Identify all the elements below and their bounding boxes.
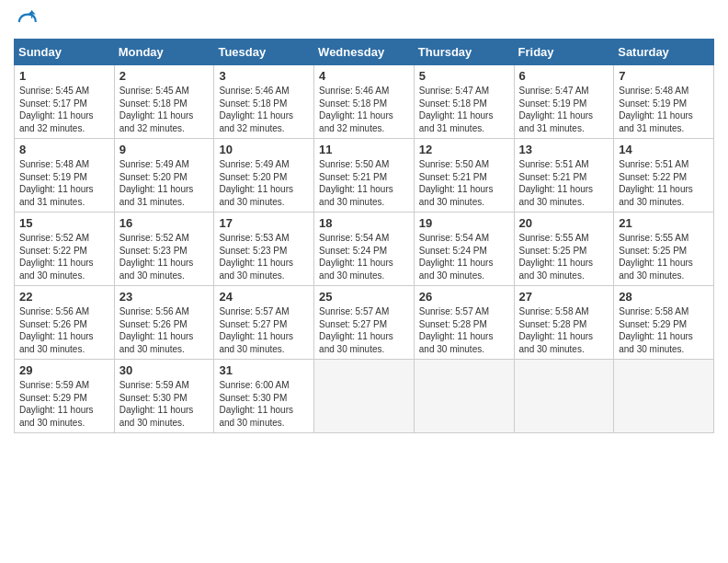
calendar-cell [614,360,714,433]
calendar-week-row: 1 Sunrise: 5:45 AM Sunset: 5:17 PM Dayli… [15,65,714,139]
calendar-cell: 15 Sunrise: 5:52 AM Sunset: 5:22 PM Dayl… [15,213,115,286]
calendar-cell: 11 Sunrise: 5:50 AM Sunset: 5:21 PM Dayl… [314,139,415,213]
day-number: 11 [319,143,409,156]
day-number: 29 [19,363,109,377]
day-info: Sunrise: 5:52 AM Sunset: 5:22 PM Dayligh… [19,232,109,282]
day-number: 14 [619,143,709,156]
day-number: 1 [19,69,109,83]
day-info: Sunrise: 5:46 AM Sunset: 5:18 PM Dayligh… [319,85,409,134]
day-info: Sunrise: 5:53 AM Sunset: 5:23 PM Dayligh… [219,232,309,282]
day-info: Sunrise: 5:59 AM Sunset: 5:29 PM Dayligh… [19,379,109,429]
calendar-cell: 9 Sunrise: 5:49 AM Sunset: 5:20 PM Dayli… [114,139,214,213]
calendar-cell [314,360,415,433]
calendar-cell: 5 Sunrise: 5:47 AM Sunset: 5:18 PM Dayli… [414,65,514,139]
calendar-cell: 17 Sunrise: 5:53 AM Sunset: 5:23 PM Dayl… [214,213,314,286]
calendar-week-row: 22 Sunrise: 5:56 AM Sunset: 5:26 PM Dayl… [15,286,714,360]
day-number: 23 [119,290,210,304]
day-number: 9 [119,143,210,156]
calendar-cell: 16 Sunrise: 5:52 AM Sunset: 5:23 PM Dayl… [114,213,214,286]
calendar-cell: 20 Sunrise: 5:55 AM Sunset: 5:25 PM Dayl… [514,213,614,286]
day-number: 17 [219,216,309,230]
day-info: Sunrise: 5:49 AM Sunset: 5:20 PM Dayligh… [119,158,210,208]
calendar-cell: 14 Sunrise: 5:51 AM Sunset: 5:22 PM Dayl… [614,139,714,213]
day-info: Sunrise: 5:49 AM Sunset: 5:20 PM Dayligh… [219,158,309,208]
calendar-cell: 24 Sunrise: 5:57 AM Sunset: 5:27 PM Dayl… [214,286,314,360]
day-number: 24 [219,290,309,304]
weekday-header-saturday: Saturday [614,40,714,65]
day-info: Sunrise: 5:57 AM Sunset: 5:28 PM Dayligh… [419,305,509,355]
day-number: 15 [19,216,109,230]
calendar-week-row: 29 Sunrise: 5:59 AM Sunset: 5:29 PM Dayl… [15,360,714,433]
day-number: 28 [619,290,709,304]
calendar-cell: 27 Sunrise: 5:58 AM Sunset: 5:28 PM Dayl… [514,286,614,360]
day-number: 26 [419,290,509,304]
calendar-table: SundayMondayTuesdayWednesdayThursdayFrid… [14,39,714,433]
calendar-cell [514,360,614,433]
day-info: Sunrise: 5:58 AM Sunset: 5:28 PM Dayligh… [519,305,609,355]
calendar-cell: 10 Sunrise: 5:49 AM Sunset: 5:20 PM Dayl… [214,139,314,213]
day-number: 25 [319,290,409,304]
day-number: 20 [519,216,609,230]
calendar-cell: 1 Sunrise: 5:45 AM Sunset: 5:17 PM Dayli… [15,65,115,139]
calendar-cell: 4 Sunrise: 5:46 AM Sunset: 5:18 PM Dayli… [314,65,415,139]
day-info: Sunrise: 5:56 AM Sunset: 5:26 PM Dayligh… [119,305,210,355]
day-number: 4 [319,69,409,83]
day-info: Sunrise: 5:55 AM Sunset: 5:25 PM Dayligh… [619,232,709,282]
day-info: Sunrise: 5:57 AM Sunset: 5:27 PM Dayligh… [219,305,309,355]
day-info: Sunrise: 6:00 AM Sunset: 5:30 PM Dayligh… [219,379,309,429]
day-info: Sunrise: 5:56 AM Sunset: 5:26 PM Dayligh… [19,305,109,355]
day-number: 5 [419,69,509,83]
logo-icon [14,9,40,35]
day-number: 27 [519,290,609,304]
weekday-header-wednesday: Wednesday [314,40,415,65]
day-number: 12 [419,143,509,156]
day-info: Sunrise: 5:51 AM Sunset: 5:22 PM Dayligh… [619,158,709,208]
day-info: Sunrise: 5:47 AM Sunset: 5:18 PM Dayligh… [419,85,509,134]
day-info: Sunrise: 5:45 AM Sunset: 5:18 PM Dayligh… [119,85,210,134]
day-info: Sunrise: 5:47 AM Sunset: 5:19 PM Dayligh… [519,85,609,134]
calendar-cell: 13 Sunrise: 5:51 AM Sunset: 5:21 PM Dayl… [514,139,614,213]
calendar-cell: 8 Sunrise: 5:48 AM Sunset: 5:19 PM Dayli… [15,139,115,213]
calendar-cell: 25 Sunrise: 5:57 AM Sunset: 5:27 PM Dayl… [314,286,415,360]
day-number: 18 [319,216,409,230]
day-number: 22 [19,290,109,304]
day-info: Sunrise: 5:45 AM Sunset: 5:17 PM Dayligh… [19,85,109,134]
day-info: Sunrise: 5:50 AM Sunset: 5:21 PM Dayligh… [319,158,409,208]
day-number: 7 [619,69,709,83]
calendar-cell: 22 Sunrise: 5:56 AM Sunset: 5:26 PM Dayl… [15,286,115,360]
weekday-header-tuesday: Tuesday [214,40,314,65]
weekday-header-friday: Friday [514,40,614,65]
day-number: 10 [219,143,309,156]
day-info: Sunrise: 5:55 AM Sunset: 5:25 PM Dayligh… [519,232,609,282]
calendar-cell: 31 Sunrise: 6:00 AM Sunset: 5:30 PM Dayl… [214,360,314,433]
day-info: Sunrise: 5:48 AM Sunset: 5:19 PM Dayligh… [19,158,109,208]
calendar-cell: 19 Sunrise: 5:54 AM Sunset: 5:24 PM Dayl… [414,213,514,286]
calendar-cell: 2 Sunrise: 5:45 AM Sunset: 5:18 PM Dayli… [114,65,214,139]
day-info: Sunrise: 5:57 AM Sunset: 5:27 PM Dayligh… [319,305,409,355]
calendar-cell: 18 Sunrise: 5:54 AM Sunset: 5:24 PM Dayl… [314,213,415,286]
calendar-cell [414,360,514,433]
day-number: 30 [119,363,210,377]
calendar-cell: 26 Sunrise: 5:57 AM Sunset: 5:28 PM Dayl… [414,286,514,360]
calendar-cell: 6 Sunrise: 5:47 AM Sunset: 5:19 PM Dayli… [514,65,614,139]
calendar-week-row: 15 Sunrise: 5:52 AM Sunset: 5:22 PM Dayl… [15,213,714,286]
day-number: 6 [519,69,609,83]
header [14,9,714,35]
day-info: Sunrise: 5:52 AM Sunset: 5:23 PM Dayligh… [119,232,210,282]
weekday-header-monday: Monday [114,40,214,65]
day-info: Sunrise: 5:48 AM Sunset: 5:19 PM Dayligh… [619,85,709,134]
day-info: Sunrise: 5:59 AM Sunset: 5:30 PM Dayligh… [119,379,210,429]
day-info: Sunrise: 5:54 AM Sunset: 5:24 PM Dayligh… [419,232,509,282]
weekday-header-sunday: Sunday [15,40,115,65]
day-info: Sunrise: 5:46 AM Sunset: 5:18 PM Dayligh… [219,85,309,134]
weekday-header-thursday: Thursday [414,40,514,65]
day-number: 19 [419,216,509,230]
weekday-header-row: SundayMondayTuesdayWednesdayThursdayFrid… [15,40,714,65]
day-number: 21 [619,216,709,230]
day-number: 8 [19,143,109,156]
day-number: 2 [119,69,210,83]
calendar-cell: 29 Sunrise: 5:59 AM Sunset: 5:29 PM Dayl… [15,360,115,433]
calendar-cell: 7 Sunrise: 5:48 AM Sunset: 5:19 PM Dayli… [614,65,714,139]
calendar-cell: 23 Sunrise: 5:56 AM Sunset: 5:26 PM Dayl… [114,286,214,360]
calendar-cell: 21 Sunrise: 5:55 AM Sunset: 5:25 PM Dayl… [614,213,714,286]
